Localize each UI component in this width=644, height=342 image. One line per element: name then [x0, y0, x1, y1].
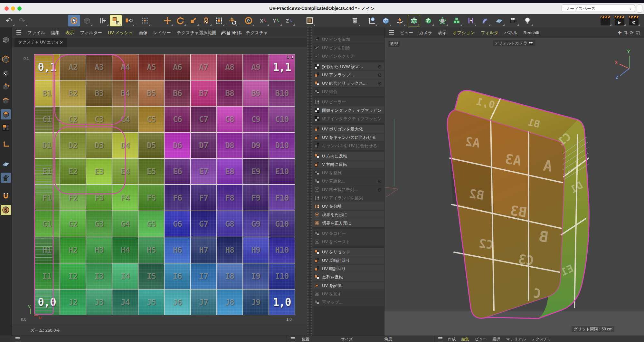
axis-z-toggle[interactable]: Z [283, 15, 295, 26]
move-view-icon[interactable]: ✚ [618, 30, 622, 35]
histogram-icon[interactable] [221, 31, 225, 35]
projection-settings-tool[interactable] [123, 15, 135, 26]
uv-command-UVをリセット[interactable]: UV をリセット [312, 248, 384, 256]
make-editable-button[interactable] [1, 34, 11, 45]
rounded-cube-object[interactable]: 0,1 B1 A2 A3 B2 B3 C2 C3 A B C C1 D1 E1 [384, 38, 644, 334]
model-mode-button[interactable] [1, 54, 11, 64]
uv-command-UVを記憶[interactable]: UV を記憶 [312, 281, 384, 290]
om-menu-作成[interactable]: 作成 [445, 337, 459, 342]
menu-item-レイヤー[interactable]: レイヤー [150, 30, 174, 36]
gear-icon[interactable]: ⚙ [377, 178, 382, 184]
spline-pen-button[interactable] [394, 15, 406, 26]
menu-item-カメラ[interactable]: カメラ [416, 30, 435, 36]
uv-command-UV時計回り[interactable]: UV 時計回り [312, 265, 384, 273]
redo-button[interactable]: ↷ [16, 15, 28, 26]
points-sphere-button[interactable] [436, 15, 449, 26]
rotate-view-icon[interactable]: ⟳ [630, 30, 634, 35]
render-view-button[interactable] [599, 15, 612, 26]
om-menu-編集[interactable]: 編集 [459, 337, 472, 342]
menu-item-フィルタ[interactable]: フィルタ [478, 30, 501, 36]
light-button[interactable] [521, 15, 534, 26]
render-picture-viewer-button[interactable]: ▶ [613, 15, 626, 26]
snap-button[interactable] [1, 191, 11, 201]
uv-command-UVポリゴンを最大化[interactable]: UV ポリゴンを最大化 [312, 125, 384, 133]
menu-item-表示[interactable]: 表示 [62, 30, 77, 36]
move-pane-icon[interactable]: ✚ [232, 30, 236, 35]
render-settings-button[interactable]: ⚙ [627, 15, 640, 26]
object-mode-tool[interactable] [81, 15, 93, 26]
uv-command-U方向に反転[interactable]: U 方向に反転 [312, 152, 384, 160]
asset-browser-button[interactable] [349, 15, 361, 26]
move-tool[interactable] [161, 15, 174, 26]
uv-command-境界を正方形に[interactable]: 境界を正方形に [312, 219, 384, 227]
uv-command-UV反時計回り[interactable]: UV 反時計回り [312, 256, 384, 264]
workplane-button[interactable] [1, 159, 11, 169]
pan-view-icon[interactable]: ⇅ [624, 30, 628, 35]
undo-button[interactable]: ↶ [3, 15, 15, 26]
polygon-object-button[interactable] [408, 15, 420, 26]
points-mode-button[interactable] [1, 82, 11, 92]
om-menu-テクスチャ[interactable]: テクスチャ [529, 337, 554, 342]
uv-command-UV結合とリラックス[interactable]: UV 結合とリラックス...⚙ [312, 79, 384, 87]
menu-item-Redshift[interactable]: Redshift [520, 30, 542, 35]
snap-lock-tool[interactable] [200, 15, 212, 26]
gear-icon[interactable]: ⚙ [377, 80, 382, 86]
maximize-view-icon[interactable]: ◱ [636, 30, 640, 35]
menu-item-ファイル[interactable]: ファイル [24, 30, 48, 36]
texture-mode-button[interactable] [1, 68, 11, 78]
nodespace-dropdown[interactable]: ノードスペース ∨ [562, 5, 635, 12]
cube-cluster-button[interactable] [450, 15, 463, 26]
uv-command-境界を円形に[interactable]: 境界を円形に [312, 211, 384, 219]
rectangle-select-tool[interactable] [97, 15, 109, 26]
swap-pane-icon[interactable]: ⇅ [238, 30, 242, 35]
menu-item-ビュー[interactable]: ビュー [397, 30, 416, 36]
menu-item-UV メッシュ[interactable]: UV メッシュ [105, 30, 136, 36]
uv-command-投影からUVW設定[interactable]: 投影から UVW 設定...⚙ [312, 62, 384, 71]
menu-item-表示[interactable]: 表示 [435, 30, 450, 36]
lock-workplane-button[interactable] [1, 173, 11, 183]
rotate-tool[interactable] [174, 15, 186, 26]
menu-icon[interactable] [291, 337, 295, 341]
gizmo-rotate-tool[interactable] [226, 15, 238, 26]
close-window-button[interactable] [5, 6, 9, 11]
polygons-mode-button[interactable] [1, 109, 11, 119]
plane-grid-button[interactable] [493, 15, 505, 26]
bend-deformer-button[interactable] [479, 15, 491, 26]
menu-item-オプション[interactable]: オプション [450, 30, 478, 36]
menu-item-画像[interactable]: 画像 [136, 30, 150, 36]
tab-texture-uv-editor[interactable]: テクスチャ UV エディタ [14, 38, 67, 47]
edges-mode-button[interactable] [1, 96, 11, 106]
uv-transform-tool[interactable] [110, 15, 122, 26]
uv-command-UVアンラップ[interactable]: UV アンラップ...⚙ [312, 71, 384, 79]
primitive-axis-button[interactable] [365, 15, 378, 26]
camera-label[interactable]: デフォルトカメラ [493, 40, 535, 46]
uv-command-UVを分離[interactable]: UV を分離 [312, 202, 384, 210]
uv-canvas-area[interactable]: 0,1A2A3A4A5A6A7A8A91,11,1B1B2B3B4B5B6B7B… [12, 47, 307, 325]
menu-item-フィルター[interactable]: フィルター [77, 30, 105, 36]
axis-y-toggle[interactable]: Y [270, 15, 282, 26]
om-menu-ビュー[interactable]: ビュー [472, 337, 490, 342]
axis-x-toggle[interactable]: X [257, 15, 270, 26]
marquee-selection-tool[interactable] [213, 15, 225, 26]
viewport-3d[interactable]: 0,1 B1 A2 A3 B2 B3 C2 C3 A B C C1 D1 E1 [384, 38, 644, 336]
menu-icon[interactable] [438, 337, 442, 341]
minimize-window-button[interactable] [11, 6, 15, 11]
texture-view-toggle[interactable] [304, 15, 316, 26]
menu-icon[interactable] [15, 337, 20, 341]
axis-mode-button[interactable] [1, 139, 11, 150]
point-grid-tool[interactable] [139, 15, 151, 26]
menu-item-テクスチャ選択範囲[interactable]: テクスチャ選択範囲 [174, 30, 219, 36]
om-menu-選択[interactable]: 選択 [490, 337, 503, 342]
menu-icon[interactable] [16, 30, 21, 35]
camera-button[interactable] [507, 15, 519, 26]
menu-icon[interactable] [389, 30, 394, 35]
extrude-object-button[interactable] [422, 15, 434, 26]
lock-icon[interactable] [227, 33, 230, 35]
uv-command-開始インタラクティブマッピング[interactable]: 開始インタラクティブマッピング [312, 106, 384, 114]
projection-label[interactable]: 透視 [388, 41, 400, 47]
menu-item-編集[interactable]: 編集 [48, 30, 62, 36]
circle-selection-tool[interactable] [242, 15, 255, 26]
uv-texture-grid[interactable]: 0,1A2A3A4A5A6A7A8A91,11,1B1B2B3B4B5B6B7B… [34, 54, 295, 315]
live-selection-tool[interactable] [68, 15, 80, 26]
zoom-window-button[interactable] [17, 6, 22, 11]
